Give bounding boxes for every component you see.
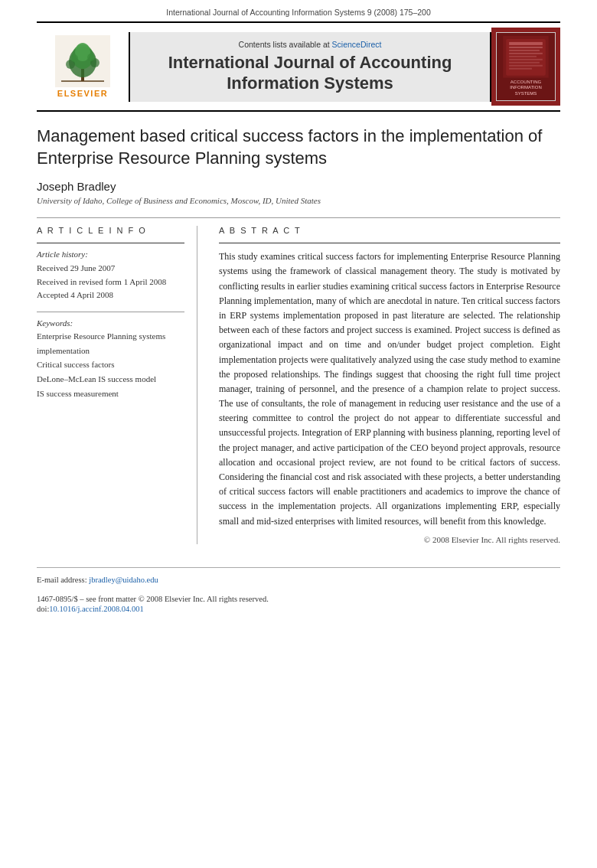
svg-rect-13 (509, 47, 543, 48)
email-footnote: E-mail address: jbradley@uidaho.edu (37, 576, 560, 584)
article-info-heading: A R T I C L E I N F O (37, 226, 184, 235)
keyword-4: IS success measurement (37, 387, 184, 401)
abstract-heading: A B S T R A C T (219, 226, 560, 235)
page-container: International Journal of Accounting Info… (0, 0, 597, 644)
contents-line: Contents lists available at ScienceDirec… (145, 40, 475, 49)
copyright-text: © 2008 Elsevier Inc. All rights reserved… (219, 535, 560, 544)
issn-line: 1467-0895/$ – see front matter © 2008 El… (37, 595, 560, 603)
footer-area: E-mail address: jbradley@uidaho.edu 1467… (37, 567, 560, 613)
keywords-label: Keywords: (37, 318, 184, 328)
journal-thumbnail: ACCOUNTINGINFORMATIONSYSTEMS (491, 28, 560, 106)
elsevier-brand-text: ELSEVIER (57, 89, 108, 98)
svg-rect-19 (509, 65, 543, 67)
thumbnail-text: ACCOUNTINGINFORMATIONSYSTEMS (510, 80, 542, 97)
svg-rect-15 (509, 53, 543, 54)
abstract-text: This study examines critical success fac… (219, 250, 560, 529)
received-date-1: Received 29 June 2007 (37, 262, 184, 276)
svg-rect-14 (509, 50, 540, 51)
svg-rect-20 (509, 68, 532, 70)
accepted-date: Accepted 4 April 2008 (37, 289, 184, 302)
doi-line: doi:10.1016/j.accinf.2008.04.001 (37, 605, 560, 613)
svg-rect-12 (509, 42, 543, 45)
author-affiliation: University of Idaho, College of Business… (37, 196, 560, 205)
article-dates: Received 29 June 2007 Received in revise… (37, 262, 184, 302)
elsevier-tree-icon (55, 35, 110, 87)
keywords-list: Enterprise Resource Planning systems imp… (37, 329, 184, 400)
svg-rect-17 (509, 59, 543, 60)
author-name: Joseph Bradley (37, 180, 560, 193)
svg-rect-18 (509, 62, 540, 64)
article-title: Management based critical success factor… (37, 126, 560, 169)
sciencedirect-link[interactable]: ScienceDirect (332, 40, 382, 49)
keyword-3: DeLone–McLean IS success model (37, 372, 184, 387)
journal-header: ELSEVIER Contents lists available at Sci… (37, 21, 560, 112)
article-content: Management based critical success factor… (37, 112, 560, 544)
keyword-1: Enterprise Resource Planning systems imp… (37, 329, 184, 357)
journal-title-box: Contents lists available at ScienceDirec… (129, 32, 491, 102)
info-divider-top (37, 243, 184, 243)
svg-point-7 (70, 54, 78, 62)
doi-link[interactable]: 10.1016/j.accinf.2008.04.001 (49, 605, 143, 613)
header-divider (37, 217, 560, 218)
history-label: Article history: (37, 250, 184, 259)
received-date-2: Received in revised form 1 April 2008 (37, 276, 184, 289)
journal-meta: International Journal of Accounting Info… (37, 0, 560, 21)
email-label: E-mail address: (37, 576, 87, 584)
thumbnail-inner: ACCOUNTINGINFORMATIONSYSTEMS (496, 32, 556, 101)
two-col-layout: A R T I C L E I N F O Article history: R… (37, 226, 560, 544)
journal-meta-text: International Journal of Accounting Info… (166, 8, 431, 17)
keyword-2: Critical success factors (37, 357, 184, 372)
doi-label: doi: (37, 605, 49, 613)
svg-point-8 (87, 54, 95, 61)
elsevier-logo: ELSEVIER (37, 32, 129, 101)
abstract-divider-top (219, 243, 560, 243)
svg-rect-16 (509, 56, 537, 57)
abstract-col: A B S T R A C T This study examines crit… (219, 226, 560, 544)
article-info-col: A R T I C L E I N F O Article history: R… (37, 226, 197, 544)
email-link[interactable]: jbradley@uidaho.edu (89, 576, 158, 584)
contents-text: Contents lists available at (239, 40, 330, 49)
journal-title-text: International Journal of Accounting Info… (145, 52, 475, 94)
keywords-divider (37, 312, 184, 312)
thumbnail-icon (503, 36, 549, 78)
